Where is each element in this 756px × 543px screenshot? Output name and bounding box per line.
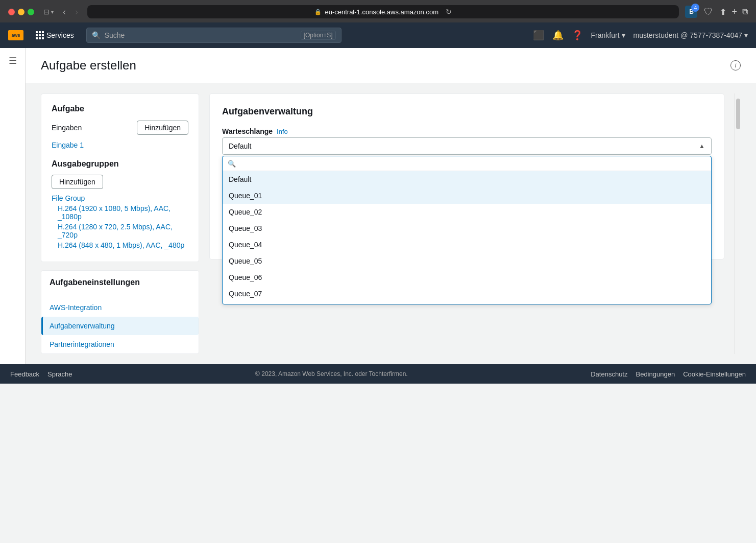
cookies-link[interactable]: Cookie-Einstellungen xyxy=(683,370,746,378)
dropdown-option-queue02[interactable]: Queue_02 xyxy=(223,204,711,220)
extension-shield[interactable]: 🛡 xyxy=(702,6,715,18)
refresh-button[interactable]: ↻ xyxy=(446,8,452,16)
terms-link[interactable]: Bedingungen xyxy=(636,370,675,378)
grid-icon xyxy=(36,31,44,39)
ausgabegruppen-row: Ausgabegruppen xyxy=(52,159,188,169)
dropdown-panel: 🔍 Default Queue_01 Queue_02 Queue_03 Que… xyxy=(222,156,712,304)
eingaben-row: Eingaben Hinzufügen xyxy=(52,121,188,135)
region-dropdown-icon: ▾ xyxy=(622,31,625,39)
aufgabe-card: Aufgabe Eingaben Hinzufügen Eingabe 1 Au… xyxy=(41,93,199,262)
search-shortcut: [Option+S] xyxy=(301,31,336,40)
aws-nav-actions: ⬛ 🔔 ❓ Frankfurt ▾ musterstudent @ 7577-7… xyxy=(533,30,748,41)
warteschlange-section: Warteschlange Info Default ▲ 🔍 xyxy=(222,127,712,155)
page-body: Aufgabe Eingaben Hinzufügen Eingabe 1 Au… xyxy=(26,83,756,364)
aufgabenverwaltung-card: Aufgabenverwaltung Warteschlange Info De… xyxy=(209,93,724,259)
user-dropdown-icon: ▾ xyxy=(744,31,748,39)
region-selector[interactable]: Frankfurt ▾ xyxy=(591,31,625,39)
address-bar[interactable]: 🔒 eu-central-1.console.aws.amazon.com ↻ xyxy=(87,5,679,18)
dropdown-option-queue06[interactable]: Queue_06 xyxy=(223,269,711,286)
aufgabe-title: Aufgabe xyxy=(52,104,188,113)
dropdown-option-queue08[interactable]: Queue_08 xyxy=(223,302,711,304)
dropdown-search-input[interactable] xyxy=(239,159,706,168)
help-button[interactable]: ❓ xyxy=(572,30,583,41)
browser-actions: B 4 🛡 ⬆ + ⧉ xyxy=(685,6,748,18)
eingaben-label: Eingaben xyxy=(52,124,82,132)
aws-logo-box: aws xyxy=(8,30,23,40)
footer-right: Datenschutz Bedingungen Cookie-Einstellu… xyxy=(591,370,746,378)
dropdown-list: Default Queue_01 Queue_02 Queue_03 Queue… xyxy=(223,171,711,304)
footer-left: Feedback Sprache xyxy=(10,370,72,378)
scrollbar-thumb xyxy=(736,99,740,129)
ausgabegruppen-title: Ausgabegruppen xyxy=(52,159,119,169)
dropdown-option-queue03[interactable]: Queue_03 xyxy=(223,220,711,237)
services-button[interactable]: Services xyxy=(32,29,78,41)
url-text: eu-central-1.console.aws.amazon.com xyxy=(325,8,438,16)
output3-link[interactable]: H.264 (848 x 480, 1 Mbps), AAC, _480p xyxy=(58,241,188,249)
page-info-icon[interactable]: i xyxy=(730,60,741,70)
partnerintegrationen-nav-item[interactable]: Partnerintegration­en xyxy=(41,335,199,353)
extension-bitwarden[interactable]: B 4 xyxy=(685,6,697,18)
aufgabenverwaltung-nav-item[interactable]: Aufgabenverwaltung xyxy=(41,317,199,335)
traffic-lights xyxy=(8,9,34,15)
dropdown-selected-value: Default xyxy=(229,142,251,150)
forward-button[interactable]: › xyxy=(72,6,81,18)
services-label: Services xyxy=(46,31,74,39)
privacy-link[interactable]: Datenschutz xyxy=(591,370,627,378)
lock-icon: 🔒 xyxy=(314,9,322,15)
share-button[interactable]: ⬆ xyxy=(720,7,726,17)
ausgabegruppen-hinzufuegen-button[interactable]: Hinzufügen xyxy=(52,175,103,189)
dropdown-option-queue05[interactable]: Queue_05 xyxy=(223,253,711,269)
eingaben-hinzufuegen-button[interactable]: Hinzufügen xyxy=(137,121,188,135)
cloudshell-button[interactable]: ⬛ xyxy=(533,30,544,41)
settings-title: Aufgabeneinstellungen xyxy=(41,271,199,291)
dropdown-option-queue01[interactable]: Queue_01 xyxy=(223,187,711,204)
aws-search-bar[interactable]: 🔍 [Option+S] xyxy=(86,28,342,43)
minimize-button[interactable] xyxy=(18,9,25,15)
close-button[interactable] xyxy=(8,9,15,15)
aws-logo: aws xyxy=(8,30,23,40)
right-card-title: Aufgabenverwaltung xyxy=(222,106,712,117)
tab-overview-button[interactable]: ⧉ xyxy=(742,7,748,16)
badge: 4 xyxy=(691,4,699,12)
left-panel: Aufgabe Eingaben Hinzufügen Eingabe 1 Au… xyxy=(41,93,199,354)
aws-integration-nav-item[interactable]: AWS-Integration xyxy=(41,298,199,317)
hamburger-menu[interactable]: ☰ xyxy=(9,55,17,66)
notifications-button[interactable]: 🔔 xyxy=(552,30,564,41)
warteschlange-dropdown[interactable]: Default ▲ 🔍 Default Queue_01 xyxy=(222,137,712,155)
feedback-link[interactable]: Feedback xyxy=(10,370,39,378)
settings-nav-panel: Aufgabeneinstellungen AWS-Integration Au… xyxy=(41,270,199,354)
eingabe1-link[interactable]: Eingabe 1 xyxy=(52,141,188,149)
page-title: Aufgabe erstellen xyxy=(41,58,136,73)
dropdown-option-default[interactable]: Default xyxy=(223,171,711,187)
maximize-button[interactable] xyxy=(28,9,34,15)
new-tab-button[interactable]: + xyxy=(731,7,737,17)
aws-nav: aws Services 🔍 [Option+S] ⬛ 🔔 ❓ Frankfur… xyxy=(0,22,756,48)
dropdown-option-queue04[interactable]: Queue_04 xyxy=(223,237,711,253)
browser-navigation: ⊟▾ ‹ › xyxy=(40,6,81,18)
warteschlange-info-link[interactable]: Info xyxy=(277,128,288,135)
footer-copyright: © 2023, Amazon Web Services, Inc. oder T… xyxy=(255,370,408,377)
page-header: Aufgabe erstellen i xyxy=(26,48,756,83)
search-input[interactable] xyxy=(105,28,297,42)
dropdown-search-icon: 🔍 xyxy=(228,160,236,168)
output2-link[interactable]: H.264 (1280 x 720, 2.5 Mbps), AAC, _720p xyxy=(58,223,188,239)
language-link[interactable]: Sprache xyxy=(47,370,72,378)
scrollbar[interactable] xyxy=(735,93,741,354)
dropdown-selected[interactable]: Default ▲ xyxy=(222,137,712,155)
user-menu[interactable]: musterstudent @ 7577-7387-4047 ▾ xyxy=(633,31,748,39)
search-icon: 🔍 xyxy=(92,31,101,39)
left-sidebar: ☰ xyxy=(0,48,26,364)
dropdown-search-box: 🔍 xyxy=(223,156,711,171)
dropdown-arrow-icon: ▲ xyxy=(699,143,705,150)
user-label: musterstudent @ 7577-7387-4047 xyxy=(633,31,742,39)
warteschlange-label: Warteschlange Info xyxy=(222,127,712,135)
sidebar-toggle[interactable]: ⊟▾ xyxy=(40,7,57,17)
back-button[interactable]: ‹ xyxy=(60,6,69,18)
right-panel: Aufgabenverwaltung Warteschlange Info De… xyxy=(209,93,724,354)
browser-chrome: ⊟▾ ‹ › 🔒 eu-central-1.console.aws.amazon… xyxy=(0,0,756,22)
output1-link[interactable]: H.264 (1920 x 1080, 5 Mbps), AAC, _1080p xyxy=(58,204,188,221)
dropdown-option-queue07[interactable]: Queue_07 xyxy=(223,286,711,302)
aws-footer: Feedback Sprache © 2023, Amazon Web Serv… xyxy=(0,364,756,384)
file-group-link[interactable]: File Group xyxy=(52,194,188,202)
region-label: Frankfurt xyxy=(591,31,620,39)
